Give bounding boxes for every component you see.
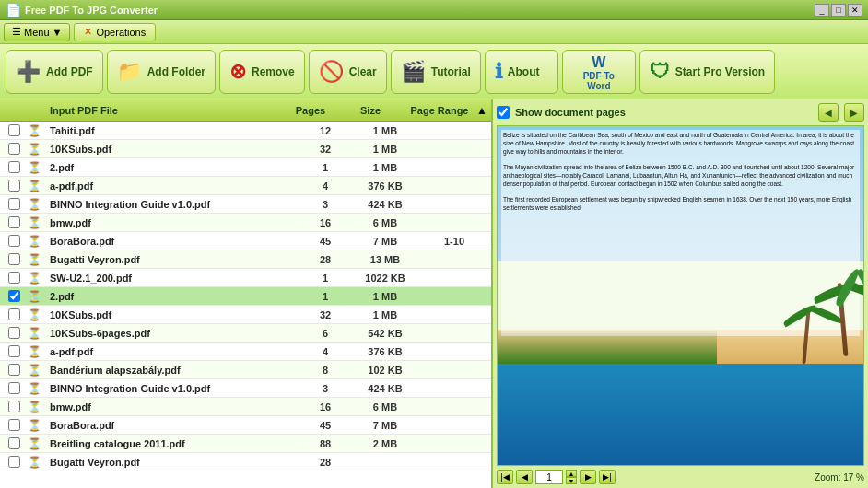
row-size: 1 MB: [353, 309, 417, 320]
row-checkbox[interactable]: [8, 327, 20, 339]
table-row[interactable]: ⏳ BoraBora.pdf 45 7 MB: [0, 416, 491, 435]
table-row[interactable]: ⏳ 2.pdf 1 1 MB: [0, 287, 491, 306]
preview-panel: Show document pages ◀ ▶: [493, 99, 868, 488]
close-button[interactable]: ✕: [848, 4, 862, 17]
row-status-icon: ⏳: [28, 272, 46, 285]
row-status-icon: ⏳: [28, 253, 46, 266]
hourglass-icon: ⏳: [28, 345, 41, 358]
hourglass-icon: ⏳: [28, 364, 41, 377]
table-row[interactable]: ⏳ a-pdf.pdf 4 376 KB: [0, 343, 491, 361]
file-table-header: Input PDF File Pages Size Page Range ▲: [0, 99, 491, 122]
row-filename: bmw.pdf: [46, 401, 298, 412]
row-checkbox-cell: [0, 419, 28, 431]
row-checkbox[interactable]: [8, 401, 20, 412]
row-checkbox[interactable]: [8, 124, 20, 136]
table-row[interactable]: ⏳ Bugatti Veyron.pdf 28: [0, 453, 491, 471]
row-checkbox[interactable]: [8, 272, 20, 284]
table-row[interactable]: ⏳ SW-U2.1_200.pdf 1 1022 KB: [0, 269, 491, 287]
row-checkbox[interactable]: [8, 308, 20, 320]
row-status-icon: ⏳: [28, 419, 46, 432]
row-checkbox[interactable]: [8, 235, 20, 247]
page-spin-up[interactable]: ▲: [566, 470, 577, 477]
row-checkbox[interactable]: [8, 180, 20, 192]
start-pro-button[interactable]: 🛡 Start Pro Version: [639, 50, 775, 94]
prev-nav-button[interactable]: ◀: [818, 103, 839, 122]
row-checkbox[interactable]: [8, 419, 20, 431]
maximize-button[interactable]: □: [831, 4, 846, 17]
row-checkbox[interactable]: [8, 364, 20, 376]
table-row[interactable]: ⏳ 2.pdf 1 1 MB: [0, 158, 491, 177]
row-filename: BINNO Integration Guide v1.0.pdf: [46, 383, 298, 394]
row-status-icon: ⏳: [28, 290, 46, 303]
operations-button[interactable]: ✕ Operations: [74, 23, 156, 41]
add-folder-button[interactable]: 📁 Add Folder: [107, 50, 216, 94]
table-row[interactable]: ⏳ Tahiti.pdf 12 1 MB: [0, 122, 491, 140]
row-size: 7 MB: [353, 420, 417, 431]
row-pages: 3: [298, 383, 353, 394]
table-row[interactable]: ⏳ a-pdf.pdf 4 376 KB: [0, 177, 491, 195]
next-page-button[interactable]: ▶: [580, 470, 596, 484]
row-filename: a-pdf.pdf: [46, 346, 298, 357]
row-status-icon: ⏳: [28, 364, 46, 377]
about-button[interactable]: ℹ About: [485, 50, 558, 94]
menu-button[interactable]: ☰ Menu ▼: [4, 23, 70, 41]
file-panel: Input PDF File Pages Size Page Range ▲ ⏳…: [0, 99, 493, 488]
next-nav-button[interactable]: ▶: [844, 103, 864, 122]
table-row[interactable]: ⏳ 10KSubs.pdf 32 1 MB: [0, 140, 491, 158]
pdf-to-word-button[interactable]: W PDF To Word: [562, 50, 636, 94]
row-checkbox[interactable]: [8, 437, 20, 449]
row-checkbox[interactable]: [8, 253, 20, 265]
file-list[interactable]: ⏳ Tahiti.pdf 12 1 MB ⏳ 10KSubs.pdf 32 1 …: [0, 122, 491, 488]
add-pdf-button[interactable]: ➕ Add PDF: [6, 50, 103, 94]
row-status-icon: ⏳: [28, 124, 46, 137]
clear-button[interactable]: 🚫 Clear: [309, 50, 387, 94]
row-checkbox[interactable]: [8, 290, 20, 302]
row-size: 424 KB: [353, 199, 417, 210]
table-row[interactable]: ⏳ bmw.pdf 16 6 MB: [0, 214, 491, 232]
add-pdf-icon: ➕: [16, 60, 41, 84]
row-checkbox[interactable]: [8, 345, 20, 357]
row-status-icon: ⏳: [28, 327, 46, 340]
row-status-icon: ⏳: [28, 456, 46, 469]
row-filename: Bugatti Veyron.pdf: [46, 254, 298, 265]
row-status-icon: ⏳: [28, 198, 46, 211]
row-size: 2 MB: [353, 438, 417, 449]
name-col-header: Input PDF File: [46, 105, 283, 116]
row-filename: Tahiti.pdf: [46, 125, 298, 136]
row-checkbox-cell: [0, 456, 28, 468]
hourglass-icon: ⏳: [28, 456, 41, 469]
row-size: 6 MB: [353, 401, 417, 412]
first-page-button[interactable]: |◀: [497, 470, 513, 484]
row-checkbox[interactable]: [8, 216, 20, 228]
prev-page-button[interactable]: ◀: [516, 470, 533, 484]
table-row[interactable]: ⏳ bmw.pdf 16 6 MB: [0, 398, 491, 416]
row-pages: 1: [298, 291, 353, 302]
belize-text-overlay: Belize is situated on the Caribbean Sea,…: [501, 130, 860, 336]
row-status-icon: ⏳: [28, 161, 46, 174]
last-page-button[interactable]: ▶|: [599, 470, 616, 484]
row-checkbox[interactable]: [8, 161, 20, 173]
row-checkbox[interactable]: [8, 143, 20, 155]
table-row[interactable]: ⏳ Bugatti Veyron.pdf 28 13 MB: [0, 250, 491, 269]
page-spin-down[interactable]: ▼: [566, 477, 577, 484]
row-status-icon: ⏳: [28, 216, 46, 229]
hourglass-icon: ⏳: [28, 419, 41, 432]
show-pages-checkbox[interactable]: [497, 106, 510, 119]
row-pages: 32: [298, 144, 353, 155]
table-row[interactable]: ⏳ Breitling catalogue 2011.pdf 88 2 MB: [0, 435, 491, 453]
row-pages: 45: [298, 420, 353, 431]
page-number-input[interactable]: 1: [535, 470, 563, 484]
table-row[interactable]: ⏳ BINNO Integration Guide v1.0.pdf 3 424…: [0, 379, 491, 398]
remove-button[interactable]: ⊗ Remove: [219, 50, 305, 94]
table-row[interactable]: ⏳ 10KSubs.pdf 32 1 MB: [0, 306, 491, 324]
table-row[interactable]: ⏳ 10KSubs-6pages.pdf 6 542 KB: [0, 324, 491, 343]
tutorial-button[interactable]: 🎬 Tutorial: [391, 50, 481, 94]
row-checkbox[interactable]: [8, 198, 20, 210]
minimize-button[interactable]: _: [815, 4, 829, 17]
table-row[interactable]: ⏳ BoraBora.pdf 45 7 MB 1-10: [0, 232, 491, 250]
table-row[interactable]: ⏳ Bandérium alapszabály.pdf 8 102 KB: [0, 361, 491, 379]
row-checkbox-cell: [0, 216, 28, 228]
table-row[interactable]: ⏳ BINNO Integration Guide v1.0.pdf 3 424…: [0, 195, 491, 214]
row-checkbox[interactable]: [8, 456, 20, 468]
row-checkbox[interactable]: [8, 382, 20, 394]
